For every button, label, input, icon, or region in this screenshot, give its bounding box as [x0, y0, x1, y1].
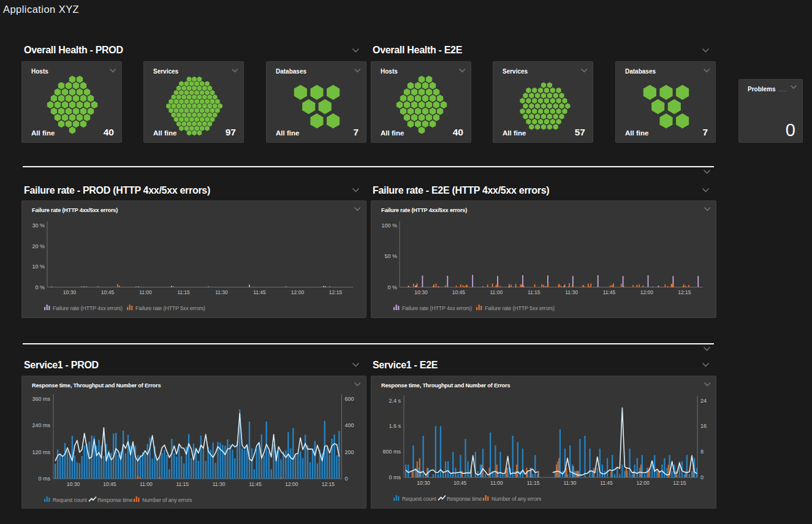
svg-text:11:30: 11:30: [215, 289, 228, 295]
svg-text:10:45: 10:45: [452, 289, 466, 295]
svg-text:0: 0: [700, 474, 704, 480]
svg-text:20 %: 20 %: [32, 243, 45, 249]
svg-text:12:00: 12:00: [640, 289, 654, 295]
svg-text:11:30: 11:30: [563, 480, 576, 486]
svg-text:100 %: 100 %: [381, 222, 397, 229]
svg-text:11:15: 11:15: [177, 289, 190, 295]
svg-text:120 ms: 120 ms: [32, 449, 50, 455]
svg-text:30 %: 30 %: [32, 222, 45, 229]
svg-text:11:30: 11:30: [565, 289, 578, 295]
svg-text:0: 0: [345, 476, 348, 482]
svg-text:12:00: 12:00: [285, 481, 298, 487]
svg-text:400: 400: [345, 422, 354, 428]
svg-text:360 ms: 360 ms: [32, 396, 50, 402]
svg-text:11:00: 11:00: [490, 480, 503, 486]
svg-text:10:30: 10:30: [63, 289, 77, 295]
svg-text:Number of any errors: Number of any errors: [142, 497, 192, 503]
svg-text:11:45: 11:45: [253, 289, 266, 295]
svg-text:8: 8: [700, 449, 704, 455]
svg-text:10:45: 10:45: [101, 289, 115, 295]
svg-text:Response time: Response time: [447, 496, 482, 502]
svg-text:10:45: 10:45: [453, 480, 467, 486]
svg-text:11:00: 11:00: [490, 289, 503, 295]
svg-text:Number of any errors: Number of any errors: [491, 496, 542, 502]
svg-text:10:45: 10:45: [103, 481, 116, 487]
svg-text:0 %: 0 %: [35, 284, 45, 290]
svg-text:10:30: 10:30: [414, 289, 428, 295]
svg-text:11:15: 11:15: [176, 481, 189, 487]
svg-text:Request count: Request count: [53, 497, 87, 503]
svg-text:11:00: 11:00: [139, 289, 152, 295]
svg-text:12:00: 12:00: [637, 480, 650, 486]
svg-text:11:15: 11:15: [528, 289, 541, 295]
svg-text:800 ms: 800 ms: [382, 449, 401, 455]
svg-text:12:15: 12:15: [329, 289, 343, 295]
svg-text:12:15: 12:15: [673, 480, 686, 486]
svg-text:11:45: 11:45: [600, 480, 613, 486]
svg-text:16: 16: [700, 423, 707, 429]
svg-text:Failure rate (HTTP 5xx errors): Failure rate (HTTP 5xx errors): [135, 305, 205, 311]
svg-text:Failure rate (HTTP 4xx errors): Failure rate (HTTP 4xx errors): [402, 305, 472, 311]
svg-text:11:00: 11:00: [140, 481, 153, 487]
svg-text:2.4 s: 2.4 s: [389, 398, 401, 404]
svg-text:11:45: 11:45: [603, 289, 616, 295]
svg-text:11:15: 11:15: [527, 480, 540, 486]
svg-text:50 %: 50 %: [384, 253, 397, 259]
svg-text:11:30: 11:30: [213, 481, 226, 487]
svg-text:0 %: 0 %: [387, 284, 397, 290]
svg-text:Failure rate (HTTP 5xx errors): Failure rate (HTTP 5xx errors): [485, 305, 555, 311]
svg-text:Request count: Request count: [402, 496, 436, 502]
svg-text:12:00: 12:00: [291, 289, 305, 295]
svg-text:0 ms: 0 ms: [38, 476, 50, 482]
svg-text:1.6 s: 1.6 s: [389, 423, 401, 429]
svg-text:200: 200: [345, 449, 354, 455]
svg-text:Response time: Response time: [97, 497, 133, 503]
svg-text:10 %: 10 %: [32, 264, 45, 270]
svg-text:12:15: 12:15: [322, 481, 335, 487]
svg-text:24: 24: [700, 398, 707, 404]
svg-text:600: 600: [345, 396, 354, 402]
svg-text:Failure rate (HTTP 4xx errors): Failure rate (HTTP 4xx errors): [53, 305, 123, 311]
svg-text:11:45: 11:45: [249, 481, 262, 487]
svg-text:12:15: 12:15: [678, 289, 691, 295]
svg-text:10:30: 10:30: [67, 481, 80, 487]
svg-text:0 ms: 0 ms: [389, 474, 401, 480]
svg-text:10:30: 10:30: [417, 480, 430, 486]
svg-text:240 ms: 240 ms: [32, 422, 50, 428]
